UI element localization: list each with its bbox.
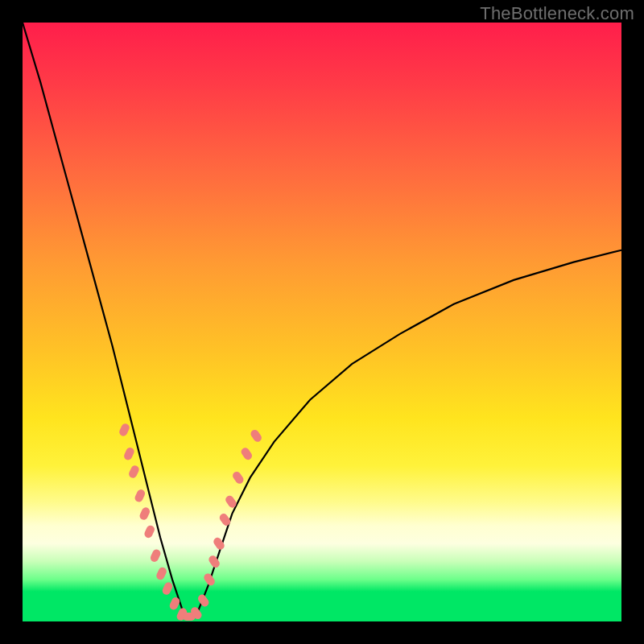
chart-svg [23, 23, 621, 621]
highlight-dot [196, 593, 210, 609]
highlight-dot [207, 554, 221, 569]
highlight-dot [122, 446, 135, 461]
highlight-dot [161, 581, 174, 597]
highlight-dot [155, 566, 168, 581]
chart-frame: TheBottleneck.com [0, 0, 644, 644]
bottleneck-curve [23, 23, 621, 616]
highlight-dot [134, 488, 147, 503]
watermark-text: TheBottleneck.com [480, 3, 634, 24]
highlight-dot [250, 428, 263, 444]
highlight-dot [127, 464, 140, 480]
highlight-dot [202, 572, 216, 587]
highlight-dot [149, 548, 162, 564]
highlight-dot [143, 524, 156, 539]
highlight-dot [240, 446, 254, 461]
highlight-dot [138, 506, 151, 522]
highlight-dot [118, 423, 131, 438]
highlight-dot [231, 470, 245, 485]
